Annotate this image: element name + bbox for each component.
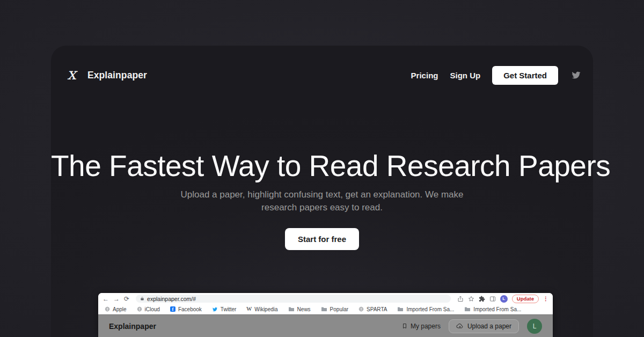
reload-icon[interactable]: ⟳ bbox=[124, 296, 129, 302]
site-header: x Explainpaper Pricing Sign Up Get Start… bbox=[67, 65, 581, 85]
wikipedia-icon: W bbox=[246, 306, 252, 312]
facebook-icon: f bbox=[170, 306, 175, 312]
page-title: The Fastest Way to Read Research Papers bbox=[51, 149, 593, 183]
bookmark-outline-icon bbox=[401, 323, 408, 329]
back-icon[interactable]: ← bbox=[103, 296, 109, 302]
bookmark-label: iCloud bbox=[145, 306, 160, 312]
app-header-right: My papers Upload a paper L bbox=[401, 319, 542, 334]
globe-icon bbox=[358, 306, 364, 312]
bookmark-folder-imported-2[interactable]: Imported From Sa... bbox=[464, 306, 521, 312]
bookmark-label: Wikipedia bbox=[254, 306, 277, 312]
bookmark-label: Facebook bbox=[178, 306, 202, 312]
upload-paper-label: Upload a paper bbox=[467, 323, 511, 330]
subtitle-line-2: research papers easy to read. bbox=[51, 201, 593, 214]
bookmark-star-icon[interactable] bbox=[468, 296, 474, 302]
product-screenshot: ← → ⟳ explainpaper.com/# L bbox=[98, 293, 553, 337]
bookmark-label: Imported From Sa... bbox=[473, 306, 521, 312]
bookmarks-bar: Apple iCloud f Facebook Twitter W Wikipe… bbox=[98, 304, 553, 314]
lock-icon bbox=[140, 296, 144, 301]
bookmark-label: Apple bbox=[113, 306, 127, 312]
bookmark-folder-news[interactable]: News bbox=[288, 306, 311, 312]
forward-icon[interactable]: → bbox=[113, 296, 120, 302]
nav-link-signup[interactable]: Sign Up bbox=[450, 71, 480, 80]
logo-icon[interactable]: x bbox=[67, 66, 76, 84]
bookmark-apple[interactable]: Apple bbox=[105, 306, 127, 312]
app-header: Explainpaper My papers Upload a paper L bbox=[98, 314, 553, 337]
subtitle-line-1: Upload a paper, highlight confusing text… bbox=[51, 188, 593, 201]
twitter-icon[interactable] bbox=[571, 71, 581, 79]
bookmark-label: Twitter bbox=[221, 306, 236, 312]
start-for-free-button[interactable]: Start for free bbox=[285, 228, 359, 250]
folder-icon bbox=[397, 306, 404, 312]
user-avatar[interactable]: L bbox=[527, 319, 542, 334]
browser-toolbar: ← → ⟳ explainpaper.com/# L bbox=[98, 293, 553, 304]
chrome-menu-icon[interactable]: ⋮ bbox=[543, 296, 548, 302]
bookmark-label: News bbox=[297, 306, 311, 312]
url-text: explainpaper.com/# bbox=[147, 296, 196, 302]
bookmark-label: Imported From Sa... bbox=[406, 306, 454, 312]
bookmark-wikipedia[interactable]: W Wikipedia bbox=[246, 306, 277, 312]
share-icon[interactable] bbox=[457, 296, 464, 302]
bookmark-twitter[interactable]: Twitter bbox=[212, 306, 236, 312]
my-papers-link[interactable]: My papers bbox=[401, 323, 441, 330]
twitter-icon bbox=[212, 307, 218, 312]
chrome-update-button[interactable]: Update bbox=[512, 295, 539, 303]
bookmark-icloud[interactable]: iCloud bbox=[137, 306, 160, 312]
folder-icon bbox=[464, 306, 471, 312]
bookmark-label: Popular bbox=[330, 306, 348, 312]
url-bar[interactable]: explainpaper.com/# bbox=[136, 295, 451, 303]
nav-link-pricing[interactable]: Pricing bbox=[411, 71, 438, 80]
cloud-upload-icon bbox=[456, 323, 464, 329]
upload-paper-button[interactable]: Upload a paper bbox=[449, 319, 519, 333]
bookmark-folder-popular[interactable]: Popular bbox=[321, 306, 348, 312]
brand-name[interactable]: Explainpaper bbox=[87, 70, 147, 81]
app-brand[interactable]: Explainpaper bbox=[109, 322, 156, 331]
folder-icon bbox=[288, 306, 295, 312]
bookmark-label: SPARTA bbox=[367, 306, 387, 312]
folder-icon bbox=[321, 306, 327, 312]
header-nav: Pricing Sign Up Get Started bbox=[411, 66, 581, 85]
bookmark-sparta[interactable]: SPARTA bbox=[358, 306, 387, 312]
get-started-button[interactable]: Get Started bbox=[492, 66, 558, 85]
hero-cta-wrap: Start for free bbox=[51, 228, 593, 250]
bookmark-folder-imported-1[interactable]: Imported From Sa... bbox=[397, 306, 454, 312]
page-subtitle: Upload a paper, highlight confusing text… bbox=[51, 188, 593, 214]
sidepanel-icon[interactable] bbox=[489, 296, 496, 302]
extensions-puzzle-icon[interactable] bbox=[479, 296, 485, 302]
chrome-profile-avatar[interactable]: L bbox=[500, 295, 508, 303]
browser-toolbar-right: L Update ⋮ bbox=[457, 295, 548, 303]
globe-icon bbox=[137, 306, 142, 312]
my-papers-label: My papers bbox=[411, 323, 441, 330]
bookmark-facebook[interactable]: f Facebook bbox=[170, 306, 202, 312]
globe-icon bbox=[105, 306, 110, 312]
